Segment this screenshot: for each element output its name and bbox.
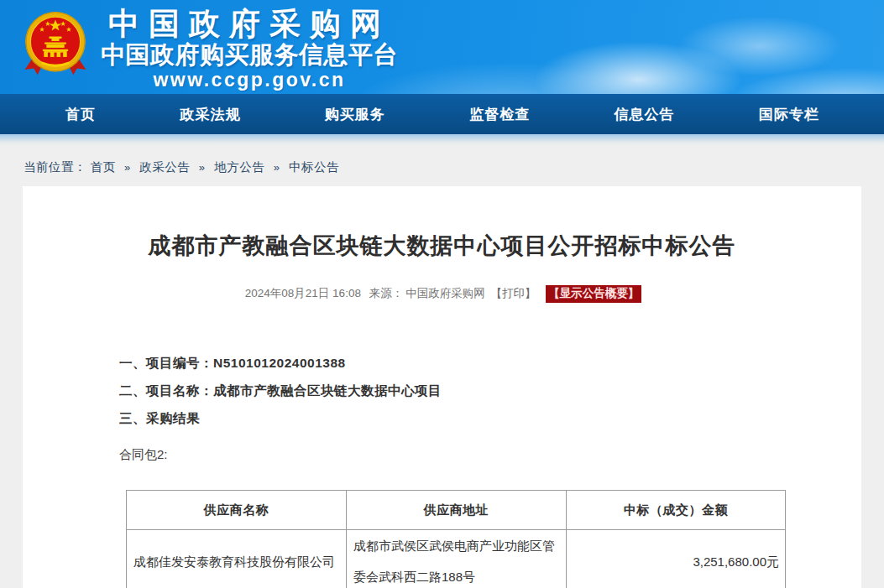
article-body: 一、项目编号：N5101012024001388 二、项目名称：成都市产教融合区… <box>119 356 786 588</box>
site-subtitle: 中国政府购买服务信息平台 <box>101 41 398 69</box>
site-title-block: 中国政府采购网 中国政府购买服务信息平台 www.ccgp.gov.cn <box>101 8 398 91</box>
col-header-supplier-address: 供应商地址 <box>347 491 567 530</box>
procurement-result-line: 三、采购结果 <box>119 412 786 425</box>
breadcrumb-separator: » <box>124 161 131 174</box>
site-name: 中国政府采购网 <box>101 8 398 41</box>
project-number-line: 一、项目编号：N5101012024001388 <box>119 356 786 370</box>
main-nav: 首页 政采法规 购买服务 监督检查 信息公告 国际专栏 <box>0 94 884 134</box>
cell-supplier-address: 成都市武侯区武侯电商产业功能区管委会武科西二路188号 <box>347 530 567 588</box>
breadcrumb-home[interactable]: 首页 <box>91 160 116 174</box>
project-name-line: 二、项目名称：成都市产教融合区块链大数据中心项目 <box>119 384 786 398</box>
cell-supplier-name: 成都佳发安泰教育科技股份有限公司 <box>127 530 347 588</box>
contract-package-label: 合同包2: <box>119 448 786 461</box>
article-source-label: 来源： <box>369 287 404 299</box>
breadcrumb: 当前位置： 首页 » 政采公告 » 地方公告 » 中标公告 <box>24 159 884 176</box>
breadcrumb-separator: » <box>199 161 206 174</box>
nav-item-announcements[interactable]: 信息公告 <box>615 105 675 124</box>
table-row: 成都佳发安泰教育科技股份有限公司 成都市武侯区武侯电商产业功能区管委会武科西二路… <box>127 530 786 588</box>
breadcrumb-label: 当前位置： <box>24 160 86 174</box>
article-source: 中国政府采购网 <box>405 287 485 299</box>
breadcrumb-procurement-announcements[interactable]: 政采公告 <box>139 160 190 174</box>
breadcrumb-local-announcements[interactable]: 地方公告 <box>214 160 264 174</box>
article-datetime: 2024年08月21日 16:08 <box>245 287 361 299</box>
breadcrumb-separator: » <box>274 161 280 174</box>
nav-item-supervision[interactable]: 监督检查 <box>469 105 530 124</box>
header-fade-strip <box>0 134 884 146</box>
col-header-award-amount: 中标（成交）金额 <box>567 491 786 530</box>
show-summary-button[interactable]: 【显示公告概要】 <box>546 285 641 303</box>
nav-item-home[interactable]: 首页 <box>65 105 96 124</box>
national-emblem-logo <box>24 8 87 85</box>
breadcrumb-award-announcements[interactable]: 中标公告 <box>289 160 339 174</box>
content-panel: 成都市产教融合区块链大数据中心项目公开招标中标公告 2024年08月21日 16… <box>23 186 861 588</box>
page: { "header": { "site_name": "中国政府采购网", "s… <box>0 0 884 588</box>
nav-item-international[interactable]: 国际专栏 <box>759 105 819 124</box>
nav-item-purchase-services[interactable]: 购买服务 <box>325 105 385 124</box>
site-header: 中国政府采购网 中国政府购买服务信息平台 www.ccgp.gov.cn <box>0 0 884 94</box>
article-meta: 2024年08月21日 16:08 来源：中国政府采购网 【打印】 【显示公告概… <box>23 285 861 303</box>
result-table: 供应商名称 供应商地址 中标（成交）金额 成都佳发安泰教育科技股份有限公司 成都… <box>126 490 786 588</box>
col-header-supplier-name: 供应商名称 <box>127 491 347 530</box>
site-url: www.ccgp.gov.cn <box>101 70 398 91</box>
article-title: 成都市产教融合区块链大数据中心项目公开招标中标公告 <box>23 231 861 261</box>
print-button[interactable]: 【打印】 <box>490 287 536 299</box>
table-header-row: 供应商名称 供应商地址 中标（成交）金额 <box>127 491 786 530</box>
nav-item-regulations[interactable]: 政采法规 <box>180 105 240 124</box>
cell-award-amount: 3,251,680.00元 <box>567 530 786 588</box>
